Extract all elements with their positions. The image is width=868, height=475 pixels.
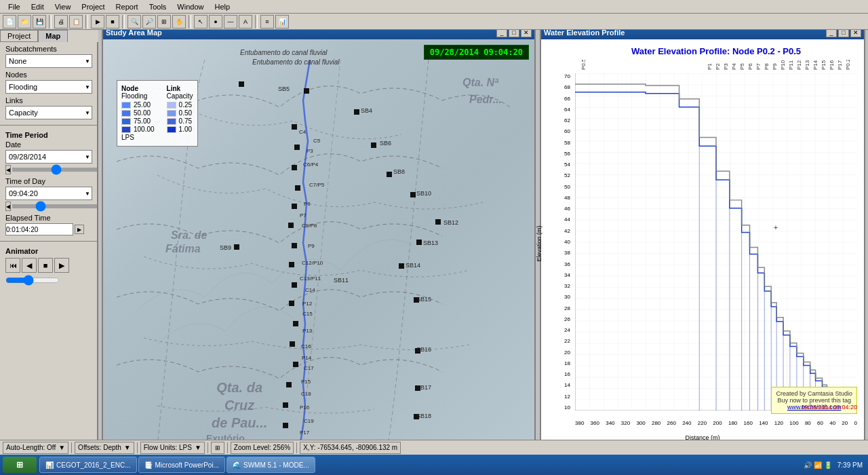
taskbar-item-swmm[interactable]: 🌊 SWMM 5.1 - MODE... [226, 457, 315, 473]
legend-link-swatch-3 [167, 118, 176, 125]
svg-rect-14 [286, 382, 292, 387]
tb-save[interactable]: 💾 [33, 15, 46, 28]
tb-print[interactable]: 🖨 [54, 15, 68, 28]
tb-stop[interactable]: ■ [106, 15, 119, 28]
menu-edit[interactable]: Edit [26, 1, 50, 12]
time-select[interactable]: 09:04:20 [5, 187, 92, 200]
svg-text:P5: P5 [739, 63, 745, 70]
auto-length-arrow-icon: ▼ [58, 444, 65, 451]
tab-project[interactable]: Project [0, 30, 38, 42]
svg-rect-10 [289, 301, 294, 306]
links-select[interactable]: Capacity [5, 106, 92, 119]
legend-link-swatch-1 [167, 102, 176, 109]
y-label-40: 40 [545, 239, 570, 245]
taskbar-item-cegot[interactable]: 📊 CEGOT_2016_2_ENC... [39, 457, 137, 473]
svg-rect-5 [292, 204, 297, 209]
node-c19: C19 [304, 418, 314, 424]
node-c18: C18 [301, 391, 311, 397]
tb-copy[interactable]: 📋 [69, 15, 83, 28]
coordinates-label: X,Y: -76534.645, -80906.132 m [303, 444, 397, 451]
date-select[interactable]: 09/28/2014 [5, 150, 92, 164]
tb-run[interactable]: ▶ [91, 15, 104, 28]
nodes-label: Nodes [5, 71, 92, 79]
anim-prev-btn[interactable]: ◀ [22, 258, 37, 273]
anim-stop-btn[interactable]: ■ [38, 258, 53, 273]
menu-project[interactable]: Project [76, 1, 110, 12]
x-label-240: 240 [682, 420, 691, 426]
toolbar: 📄 📁 💾 🖨 📋 ▶ ■ 🔍 🔎 ⊞ ✋ ↖ ● — A ≡ 📊 [0, 14, 868, 30]
legend-link-val-1: 0.25 [179, 101, 192, 109]
x-label-60: 60 [817, 420, 823, 426]
status-sep2 [137, 442, 138, 453]
start-button[interactable]: ⊞ [3, 457, 37, 473]
menu-view[interactable]: View [50, 1, 77, 12]
tb-zoom-out[interactable]: 🔎 [142, 15, 156, 28]
svg-rect-24 [416, 240, 422, 245]
elapsed-input[interactable] [5, 223, 73, 235]
tb-legend[interactable]: ≡ [260, 15, 274, 28]
x-label-140: 140 [759, 420, 768, 426]
entubamento-label2: Entubamento do canal fluvial [252, 58, 339, 66]
date-slider[interactable] [12, 168, 98, 172]
tb-pan[interactable]: ✋ [172, 15, 186, 28]
node-p3: P3 [307, 148, 313, 154]
legend-node-5: LPS [121, 134, 155, 141]
anim-slider[interactable] [5, 276, 60, 285]
tb-select[interactable]: ↖ [194, 15, 208, 28]
tb-node[interactable]: ● [209, 15, 222, 28]
auto-length-label: Auto-Length: Off [6, 444, 56, 451]
legend-val-75: 75.00 [134, 117, 151, 125]
tb-chart[interactable]: 📊 [275, 15, 289, 28]
tab-map[interactable]: Map [38, 30, 68, 42]
svg-text:P17: P17 [837, 60, 843, 70]
x-label-260: 260 [667, 420, 676, 426]
svg-rect-19 [354, 109, 359, 115]
left-panel: Themes Subcatchments None ▼ Nodes Floodi… [0, 30, 98, 455]
date-prev-btn[interactable]: ◀ [5, 165, 11, 174]
legend-swatch-1 [121, 102, 131, 109]
status-flow-btn[interactable]: ⊞ [211, 442, 224, 454]
animator-title: Animator [5, 247, 92, 255]
tb-link[interactable]: — [224, 15, 237, 28]
legend-box: Node Flooding 25.00 50.00 75.00 [117, 80, 198, 147]
tb-sep5 [255, 15, 258, 28]
date-slider-row: ◀ ▶ [5, 165, 92, 174]
legend-link-title: Link [167, 85, 193, 92]
taskbar-item-powerpoint[interactable]: 📑 Microsoft PowerPoi... [138, 457, 225, 473]
time-slider[interactable] [12, 204, 98, 208]
taskbar-cegot-label: CEGOT_2016_2_ENC... [56, 461, 131, 469]
tb-sep2 [85, 15, 88, 28]
x-label-300: 300 [636, 420, 645, 426]
tb-open[interactable]: 📁 [18, 15, 31, 28]
svg-text:P1: P1 [707, 63, 713, 70]
anim-controls: ⏮ ◀ ■ ▶ [5, 258, 92, 273]
node-c16: C16 [301, 343, 311, 349]
menu-help[interactable]: Help [209, 1, 235, 12]
tb-new[interactable]: 📄 [3, 15, 16, 28]
elapsed-btn[interactable]: ▶ [75, 225, 84, 234]
area-qta-da: Qta. daCruzde Pau... [212, 379, 267, 432]
tb-zoom-fit[interactable]: ⊞ [157, 15, 171, 28]
menu-report[interactable]: Report [111, 1, 144, 12]
y-label-34: 34 [545, 272, 570, 278]
subcatchments-select[interactable]: None [5, 54, 92, 68]
menu-tools[interactable]: Tools [144, 1, 172, 12]
menu-window[interactable]: Window [172, 1, 209, 12]
node-p13: P13 [302, 328, 312, 334]
node-c14: C14 [305, 287, 315, 293]
node-p6: P6 [304, 201, 311, 207]
node-sb14: SB14 [406, 262, 420, 269]
time-prev-btn[interactable]: ◀ [5, 202, 11, 211]
node-c9-p8: C9/P8 [302, 223, 317, 229]
node-p16: P16 [300, 404, 309, 411]
menu-file[interactable]: File [3, 1, 26, 12]
anim-play-btn[interactable]: ▶ [54, 258, 69, 273]
taskbar-pp-icon: 📑 [144, 461, 153, 469]
legend-swatch-2 [121, 110, 131, 117]
tb-label[interactable]: A [239, 15, 252, 28]
nodes-select[interactable]: Flooding [5, 80, 92, 94]
taskbar-items: 📊 CEGOT_2016_2_ENC... 📑 Microsoft PowerP… [39, 457, 804, 473]
x-label-180: 180 [728, 420, 737, 426]
tb-zoom-in[interactable]: 🔍 [127, 15, 141, 28]
anim-start-btn[interactable]: ⏮ [5, 258, 20, 273]
